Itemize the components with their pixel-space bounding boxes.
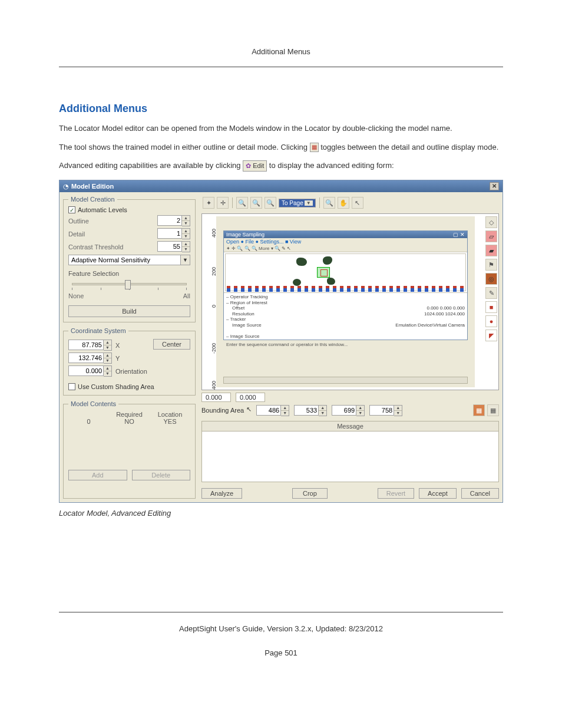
spin-up-icon[interactable]: ▲ — [182, 229, 190, 234]
body-para-3: Advanced editing capabilities are availa… — [59, 160, 503, 172]
model-marker[interactable] — [317, 267, 330, 278]
window-titlebar[interactable]: ◔ Model Edition ✕ — [59, 180, 503, 192]
target-icon[interactable]: ◎ — [485, 273, 497, 285]
checkbox-icon: ✓ — [68, 206, 75, 213]
coordinate-system-legend: Coordinate System — [68, 327, 128, 334]
y-spin[interactable]: ▲▼ — [68, 353, 112, 364]
orientation-input[interactable] — [68, 365, 104, 376]
spin-up-icon[interactable]: ▲ — [182, 216, 190, 221]
ba-1-spin[interactable]: ▲▼ — [256, 405, 289, 416]
spin-down-icon[interactable]: ▼ — [182, 221, 190, 226]
outline-input[interactable] — [157, 215, 182, 226]
inner-canvas[interactable] — [225, 253, 466, 291]
table-row[interactable]: 0 NO YES — [68, 418, 190, 425]
accept-button[interactable]: Accept — [419, 488, 457, 499]
model-blob — [293, 279, 301, 286]
model-blob — [323, 256, 332, 265]
scrollbar-horizontal[interactable] — [223, 377, 468, 384]
pointer-icon[interactable]: ↖ — [352, 197, 363, 209]
handles-blue[interactable] — [227, 288, 464, 292]
body-para-2: The tool shows the trained model in eith… — [59, 142, 503, 153]
inner-property-grid[interactable]: – Operator Tracking – Region of Interest… — [224, 292, 467, 341]
spin-down-icon[interactable]: ▼ — [182, 247, 190, 252]
contrast-spin[interactable]: ▲▼ — [157, 241, 190, 252]
pan-icon[interactable]: ✛ — [217, 197, 229, 209]
body-para-1: The Locator Model editor can be opened f… — [59, 123, 503, 134]
orientation-label: Orientation — [115, 368, 147, 375]
gear-icon: ✿ — [246, 162, 251, 169]
build-button[interactable]: Build — [68, 305, 190, 317]
analyze-button[interactable]: Analyze — [201, 488, 242, 499]
spin-up-icon[interactable]: ▲ — [182, 242, 190, 247]
crop-button[interactable]: Crop — [292, 488, 328, 499]
flag-icon[interactable]: ⚑ — [485, 259, 497, 271]
y-input[interactable] — [68, 353, 104, 363]
x-label: X — [115, 342, 120, 349]
cancel-button[interactable]: Cancel — [461, 488, 499, 499]
close-icon[interactable]: ✕ — [490, 182, 499, 190]
slider-none-label: None — [68, 292, 84, 299]
mode-single-icon[interactable]: ▦ — [473, 404, 485, 416]
inner-toolbar[interactable]: ✦ ✛ 🔍 🔍 🔍 More ▾ 🔍 ✎ ↖ — [224, 245, 467, 252]
model-creation-legend: Model Creation — [68, 196, 117, 203]
circle-icon[interactable]: ● — [485, 315, 497, 327]
detail-spin[interactable]: ▲▼ — [157, 228, 190, 239]
zoom-mode-dropdown[interactable]: To Page ▼ — [279, 199, 316, 207]
ba-2-spin[interactable]: ▲▼ — [294, 405, 327, 416]
cursor-icon: ↖ — [246, 406, 252, 413]
zoom-in-icon[interactable]: 🔍 — [236, 197, 248, 209]
delete-button[interactable]: Delete — [132, 470, 191, 480]
pen-icon[interactable]: ✎ — [485, 287, 497, 299]
zoom-out-icon[interactable]: 🔍 — [265, 197, 276, 209]
page-heading: Additional Menus — [59, 103, 503, 115]
y-label: Y — [115, 355, 120, 362]
eraser-icon[interactable]: ◇ — [485, 216, 497, 228]
checkbox-icon — [68, 383, 75, 390]
shape-a-icon[interactable]: ▱ — [485, 230, 497, 242]
triangle-icon[interactable]: ◤ — [485, 330, 497, 341]
revert-button[interactable]: Revert — [378, 488, 414, 499]
add-button[interactable]: Add — [68, 470, 127, 480]
custom-shading-checkbox[interactable]: Use Custom Shading Area — [68, 383, 190, 390]
inner-menu[interactable]: Open ● File ● Settings... ■ View — [224, 238, 467, 245]
center-button[interactable]: Center — [153, 339, 190, 350]
ba-3-spin[interactable]: ▲▼ — [332, 405, 365, 416]
detail-label: Detail — [68, 230, 154, 238]
automatic-levels-checkbox[interactable]: ✓ Automatic Levels — [68, 206, 190, 213]
inner-window-buttons[interactable]: ▢ ✕ — [453, 232, 465, 238]
outline-spin[interactable]: ▲▼ — [157, 215, 190, 226]
square-icon[interactable]: ■ — [485, 301, 497, 313]
feature-selection-slider[interactable] — [72, 283, 187, 285]
contrast-input[interactable] — [157, 241, 182, 252]
viewer-canvas[interactable]: -600 -400 -200 0 200 400 500 mm 400 200 … — [201, 213, 499, 390]
chevron-down-icon[interactable]: ▼ — [181, 255, 190, 265]
ba-4-spin[interactable]: ▲▼ — [369, 405, 402, 416]
x-spin[interactable]: ▲▼ — [68, 340, 112, 351]
x-input[interactable] — [68, 340, 104, 350]
page-footer: AdeptSight User's Guide, Version 3.2.x, … — [59, 612, 503, 633]
hand-icon[interactable]: ✋ — [338, 197, 349, 209]
sensitivity-input[interactable] — [68, 255, 181, 265]
message-header: Message — [201, 421, 499, 431]
coordinate-system-group: Coordinate System ▲▼ X — [63, 327, 196, 396]
chevron-down-icon[interactable]: ▼ — [305, 200, 313, 206]
status-line: 0.000 0.000 — [201, 393, 499, 402]
status-b: 0.000 — [236, 393, 265, 402]
message-body[interactable] — [201, 431, 499, 482]
page-number: Page 501 — [59, 648, 503, 657]
sensitivity-dropdown[interactable]: ▼ — [68, 255, 190, 265]
window-title: Model Edition — [71, 183, 487, 190]
slider-thumb[interactable] — [125, 280, 131, 289]
zoom-icon[interactable]: 🔍 — [250, 197, 262, 209]
zoom-sel-icon[interactable]: 🔍 — [323, 197, 335, 209]
wand-icon[interactable]: ✦ — [203, 197, 214, 209]
running-header: Additional Menus — [59, 47, 503, 67]
model-contents-legend: Model Contents — [68, 400, 118, 407]
detail-input[interactable] — [157, 228, 182, 239]
toggle-grid-icon: ▦ — [310, 143, 319, 152]
model-creation-group: Model Creation ✓ Automatic Levels Outlin… — [63, 196, 196, 322]
mode-grid-icon[interactable]: ▦ — [487, 404, 499, 416]
orientation-spin[interactable]: ▲▼ — [68, 365, 112, 377]
shape-b-icon[interactable]: ▰ — [485, 245, 497, 256]
spin-down-icon[interactable]: ▼ — [182, 234, 190, 239]
